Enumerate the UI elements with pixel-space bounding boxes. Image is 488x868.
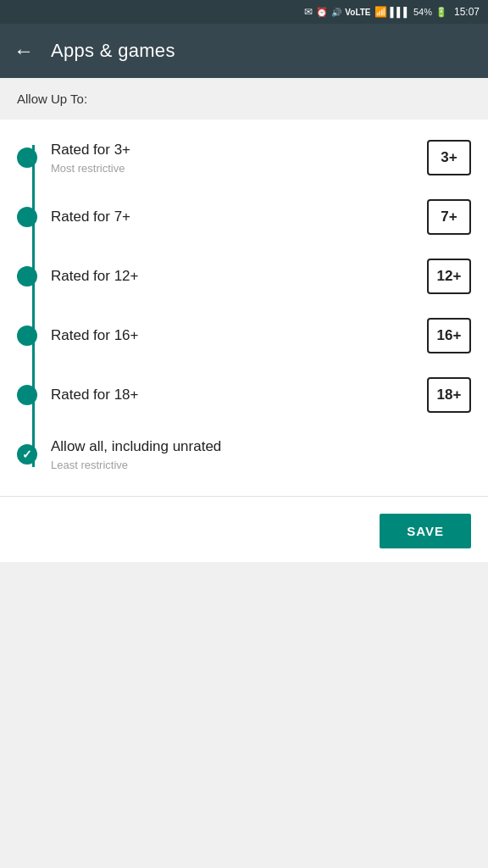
rating-text-12: Rated for 12+: [37, 267, 427, 286]
list-item[interactable]: Rated for 12+ 12+: [0, 247, 488, 306]
battery-icon: 🔋: [435, 7, 447, 18]
save-button[interactable]: SAVE: [380, 514, 471, 548]
rating-main-label: Rated for 7+: [51, 208, 413, 226]
status-bar: ✉ ⏰ 🔊 VoLTE 📶 ▌▌▌ 54% 🔋 15:07: [0, 0, 488, 24]
lte-label: VoLTE: [345, 8, 370, 17]
rating-main-label: Rated for 16+: [51, 326, 413, 345]
wifi-icon: 📶: [374, 6, 387, 18]
rating-badge-16: 16+: [427, 318, 471, 353]
rating-text-all: Allow all, including unrated Least restr…: [37, 437, 471, 470]
rating-text-7: Rated for 7+: [37, 208, 427, 226]
rating-badge-3: 3+: [427, 140, 471, 175]
circle-indicator-12: [17, 266, 37, 287]
circle-indicator-18: [17, 385, 37, 405]
rating-list: Rated for 3+ Most restrictive 3+ Rated f…: [0, 120, 488, 562]
rating-text-16: Rated for 16+: [37, 326, 427, 345]
time-display: 15:07: [454, 6, 480, 18]
rating-sub-label: Least restrictive: [51, 459, 458, 471]
alarm-icon: ⏰: [316, 7, 328, 18]
save-area: SAVE: [0, 500, 488, 562]
rating-badge-12: 12+: [427, 259, 471, 294]
divider: [0, 496, 488, 497]
message-icon: ✉: [304, 6, 313, 18]
rating-main-label: Allow all, including unrated: [51, 437, 458, 456]
circle-indicator-3: [17, 147, 37, 168]
list-item[interactable]: Allow all, including unrated Least restr…: [0, 425, 488, 484]
battery-label: 54%: [413, 7, 432, 17]
list-item[interactable]: Rated for 16+ 16+: [0, 306, 488, 365]
list-item[interactable]: Rated for 18+ 18+: [0, 365, 488, 425]
circle-indicator-16: [17, 326, 37, 346]
vol-icon: 🔊: [331, 8, 341, 17]
rating-text-18: Rated for 18+: [37, 386, 427, 404]
list-item[interactable]: Rated for 3+ Most restrictive 3+: [0, 128, 488, 187]
rating-badge-18: 18+: [427, 377, 471, 413]
app-bar: ← Apps & games: [0, 24, 488, 78]
rating-main-label: Rated for 18+: [51, 386, 413, 404]
back-button[interactable]: ←: [14, 39, 34, 63]
circle-indicator-7: [17, 207, 37, 227]
content-area: Allow Up To: Rated for 3+ Most restricti…: [0, 78, 488, 868]
circle-indicator-all: [17, 444, 37, 465]
signal-icon: ▌▌▌: [391, 7, 410, 17]
status-icons: ✉ ⏰ 🔊 VoLTE 📶 ▌▌▌ 54% 🔋 15:07: [304, 6, 480, 18]
rating-items-wrapper: Rated for 3+ Most restrictive 3+ Rated f…: [0, 120, 488, 492]
list-item[interactable]: Rated for 7+ 7+: [0, 187, 488, 247]
rating-main-label: Rated for 12+: [51, 267, 413, 286]
rating-badge-7: 7+: [427, 199, 471, 235]
rating-text-3: Rated for 3+ Most restrictive: [37, 141, 427, 174]
allow-up-to-label: Allow Up To:: [0, 92, 488, 120]
rating-sub-label: Most restrictive: [51, 162, 413, 175]
page-title: Apps & games: [51, 40, 175, 62]
rating-main-label: Rated for 3+: [51, 141, 413, 159]
